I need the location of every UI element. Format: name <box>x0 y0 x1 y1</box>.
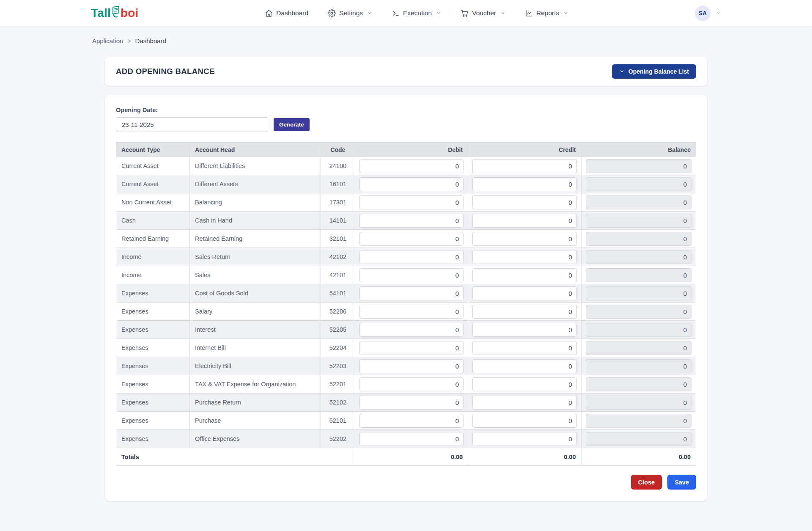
debit-cell <box>355 212 468 230</box>
debit-input[interactable] <box>359 232 464 246</box>
credit-input[interactable] <box>472 341 576 355</box>
opening-date-label: Opening Date: <box>116 107 696 113</box>
header-code: Code <box>321 143 355 157</box>
credit-input[interactable] <box>472 214 576 228</box>
debit-input[interactable] <box>359 159 464 173</box>
account-code-cell: 16101 <box>321 175 355 193</box>
credit-input[interactable] <box>472 232 576 246</box>
user-menu[interactable]: SA <box>695 6 721 21</box>
credit-input[interactable] <box>472 250 576 264</box>
credit-input[interactable] <box>472 414 576 428</box>
generate-button[interactable]: Generate <box>274 118 310 131</box>
balance-input <box>586 341 691 355</box>
table-footer: Totals 0.00 0.00 0.00 <box>116 448 696 466</box>
debit-input[interactable] <box>359 305 464 319</box>
account-head-cell: Office Expenses <box>190 430 321 448</box>
debit-input[interactable] <box>359 214 464 228</box>
credit-input[interactable] <box>472 377 576 391</box>
balance-cell <box>581 393 696 412</box>
account-head-cell: Electricity Bill <box>190 357 321 375</box>
account-code-cell: 52204 <box>321 339 355 357</box>
table-row: Current AssetDifferent Assets16101 <box>116 175 696 193</box>
balance-cell <box>581 357 696 375</box>
opening-date-input[interactable] <box>116 117 268 132</box>
account-type-cell: Expenses <box>116 284 190 303</box>
balance-input <box>586 323 691 337</box>
credit-input[interactable] <box>472 159 576 173</box>
nav-item-reports[interactable]: Reports <box>525 9 568 17</box>
debit-input[interactable] <box>359 359 464 373</box>
credit-cell <box>468 321 581 339</box>
credit-input[interactable] <box>472 286 576 300</box>
debit-input[interactable] <box>359 286 464 300</box>
account-type-cell: Cash <box>116 212 190 230</box>
debit-input[interactable] <box>359 396 464 410</box>
credit-input[interactable] <box>472 323 576 337</box>
credit-input[interactable] <box>472 432 576 446</box>
account-type-cell: Expenses <box>116 321 190 339</box>
breadcrumb-application[interactable]: Application <box>92 37 123 44</box>
balance-cell <box>581 157 696 175</box>
chevron-down-icon <box>367 11 372 16</box>
credit-input[interactable] <box>472 177 576 191</box>
account-code-cell: 52206 <box>321 303 355 321</box>
credit-cell <box>468 193 581 212</box>
balance-input <box>586 232 691 246</box>
account-head-cell: Sales Return <box>190 248 321 266</box>
save-button[interactable]: Save <box>667 475 696 490</box>
balance-cell <box>581 266 696 284</box>
debit-input[interactable] <box>359 341 464 355</box>
chevron-down-icon[interactable] <box>716 11 721 16</box>
credit-input[interactable] <box>472 305 576 319</box>
debit-input[interactable] <box>359 250 464 264</box>
totals-credit: 0.00 <box>468 448 581 466</box>
account-type-cell: Expenses <box>116 393 190 412</box>
header-account-type: Account Type <box>116 143 190 157</box>
debit-input[interactable] <box>359 414 464 428</box>
table-row: ExpensesInterest52205 <box>116 321 696 339</box>
account-type-cell: Non Current Asset <box>116 193 190 212</box>
chevron-down-icon <box>619 69 625 74</box>
debit-input[interactable] <box>359 268 464 282</box>
credit-cell <box>468 284 581 303</box>
chart-icon <box>525 9 533 17</box>
balance-input <box>586 195 691 209</box>
credit-cell <box>468 303 581 321</box>
credit-input[interactable] <box>472 195 576 209</box>
debit-cell <box>355 303 468 321</box>
balance-cell <box>581 339 696 357</box>
credit-input[interactable] <box>472 268 576 282</box>
opening-balance-list-button[interactable]: Opening Balance List <box>612 64 696 79</box>
nav-item-settings[interactable]: Settings <box>328 9 372 17</box>
breadcrumb-dashboard[interactable]: Dashboard <box>135 37 166 44</box>
debit-input[interactable] <box>359 323 464 337</box>
header-balance: Balance <box>581 143 696 157</box>
account-code-cell: 54101 <box>321 284 355 303</box>
close-button[interactable]: Close <box>631 475 662 490</box>
debit-input[interactable] <box>359 195 464 209</box>
avatar[interactable]: SA <box>695 6 710 21</box>
totals-debit: 0.00 <box>355 448 468 466</box>
brand-text-primary: Tall <box>91 6 111 20</box>
brand-text-secondary: boi <box>121 6 139 20</box>
debit-cell <box>355 230 468 248</box>
debit-input[interactable] <box>359 432 464 446</box>
account-head-cell: Balancing <box>190 193 321 212</box>
balance-input <box>586 177 691 191</box>
balance-cell <box>581 193 696 212</box>
account-type-cell: Current Asset <box>116 175 190 193</box>
main-nav: Dashboard Settings Execution Voucher Rep… <box>265 9 568 17</box>
brand-logo[interactable]: Tall boi <box>91 6 139 20</box>
credit-input[interactable] <box>472 359 576 373</box>
debit-input[interactable] <box>359 177 464 191</box>
nav-item-dashboard[interactable]: Dashboard <box>265 9 308 17</box>
account-code-cell: 42102 <box>321 248 355 266</box>
nav-item-execution[interactable]: Execution <box>392 9 441 17</box>
credit-input[interactable] <box>472 396 576 410</box>
account-type-cell: Expenses <box>116 375 190 393</box>
nav-item-voucher[interactable]: Voucher <box>461 9 505 17</box>
debit-input[interactable] <box>359 377 464 391</box>
account-head-cell: TAX & VAT Expense for Organization <box>190 375 321 393</box>
account-code-cell: 52203 <box>321 357 355 375</box>
account-head-cell: Cash in Hand <box>190 212 321 230</box>
